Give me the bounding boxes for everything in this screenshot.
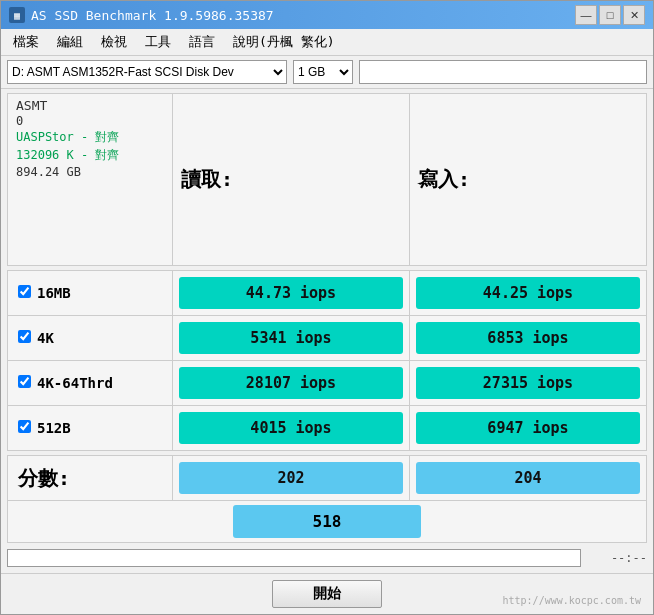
progress-bar-container <box>7 549 581 567</box>
score-label: 分數: <box>8 456 173 501</box>
read-value-16MB: 44.73 iops <box>173 271 410 316</box>
score-table: 分數: 202 204 518 <box>7 455 647 543</box>
write-value-512B: 6947 iops <box>410 406 647 451</box>
device-number: 0 <box>16 114 164 128</box>
menu-item-工具[interactable]: 工具 <box>137 31 179 53</box>
menu-item-檔案[interactable]: 檔案 <box>5 31 47 53</box>
write-value-4K: 6853 iops <box>410 316 647 361</box>
read-display-16MB: 44.73 iops <box>179 277 403 309</box>
device-name: ASMT <box>16 98 164 113</box>
toolbar: D: ASMT ASM1352R-Fast SCSI Disk Dev 1 GB <box>1 56 653 89</box>
start-button[interactable]: 開始 <box>272 580 382 608</box>
read-value-512B: 4015 iops <box>173 406 410 451</box>
bench-label-16MB: 16MB <box>8 271 173 316</box>
total-score-cell: 518 <box>8 501 647 543</box>
read-display-4K-64Thrd: 28107 iops <box>179 367 403 399</box>
label-text-4K: 4K <box>37 330 54 346</box>
read-score-cell: 202 <box>173 456 410 501</box>
action-bar: 開始 <box>1 573 653 614</box>
bench-label-512B: 512B <box>8 406 173 451</box>
read-value-4K: 5341 iops <box>173 316 410 361</box>
read-header: 讀取: <box>173 94 410 266</box>
device-uasp: UASPStor - 對齊 <box>16 129 164 146</box>
size-select[interactable]: 1 GB <box>293 60 353 84</box>
read-score: 202 <box>179 462 403 494</box>
bench-row: 4K-64Thrd28107 iops27315 iops <box>8 361 647 406</box>
bench-label-4K-64Thrd: 4K-64Thrd <box>8 361 173 406</box>
app-icon: ▦ <box>9 7 25 23</box>
checkbox-4K-64Thrd[interactable] <box>18 375 31 388</box>
bench-row: 512B4015 iops6947 iops <box>8 406 647 451</box>
write-display-4K-64Thrd: 27315 iops <box>416 367 640 399</box>
write-score: 204 <box>416 462 640 494</box>
menu-item-檢視[interactable]: 檢視 <box>93 31 135 53</box>
title-buttons: — □ ✕ <box>575 5 645 25</box>
checkbox-16MB[interactable] <box>18 285 31 298</box>
maximize-button[interactable]: □ <box>599 5 621 25</box>
device-capacity: 894.24 GB <box>16 165 164 179</box>
bench-row: 4K5341 iops6853 iops <box>8 316 647 361</box>
read-display-512B: 4015 iops <box>179 412 403 444</box>
checkbox-512B[interactable] <box>18 420 31 433</box>
drive-select[interactable]: D: ASMT ASM1352R-Fast SCSI Disk Dev <box>7 60 287 84</box>
write-value-4K-64Thrd: 27315 iops <box>410 361 647 406</box>
write-display-4K: 6853 iops <box>416 322 640 354</box>
time-display: --:-- <box>597 551 647 565</box>
progress-section: --:-- <box>7 547 647 569</box>
label-text-16MB: 16MB <box>37 285 71 301</box>
read-display-4K: 5341 iops <box>179 322 403 354</box>
write-header: 寫入: <box>410 94 647 266</box>
write-score-cell: 204 <box>410 456 647 501</box>
label-text-512B: 512B <box>37 420 71 436</box>
write-value-16MB: 44.25 iops <box>410 271 647 316</box>
close-button[interactable]: ✕ <box>623 5 645 25</box>
label-text-4K-64Thrd: 4K-64Thrd <box>37 375 113 391</box>
checkbox-4K[interactable] <box>18 330 31 343</box>
write-display-512B: 6947 iops <box>416 412 640 444</box>
total-score: 518 <box>233 505 422 538</box>
minimize-button[interactable]: — <box>575 5 597 25</box>
device-info-cell: ASMT 0 UASPStor - 對齊 132096 K - 對齊 894.2… <box>8 94 173 266</box>
benchmark-table: 16MB44.73 iops44.25 iops4K5341 iops6853 … <box>7 270 647 451</box>
title-bar: ▦ AS SSD Benchmark 1.9.5986.35387 — □ ✕ <box>1 1 653 29</box>
search-input[interactable] <box>359 60 647 84</box>
menu-bar: 檔案編組檢視工具語言說明(丹楓 繁化) <box>1 29 653 56</box>
menu-item-編組[interactable]: 編組 <box>49 31 91 53</box>
menu-item-說明(丹楓 繁化)[interactable]: 說明(丹楓 繁化) <box>225 31 342 53</box>
bench-label-4K: 4K <box>8 316 173 361</box>
read-value-4K-64Thrd: 28107 iops <box>173 361 410 406</box>
menu-item-語言[interactable]: 語言 <box>181 31 223 53</box>
bench-row: 16MB44.73 iops44.25 iops <box>8 271 647 316</box>
write-display-16MB: 44.25 iops <box>416 277 640 309</box>
device-size: 132096 K - 對齊 <box>16 147 164 164</box>
window-title: AS SSD Benchmark 1.9.5986.35387 <box>31 8 274 23</box>
